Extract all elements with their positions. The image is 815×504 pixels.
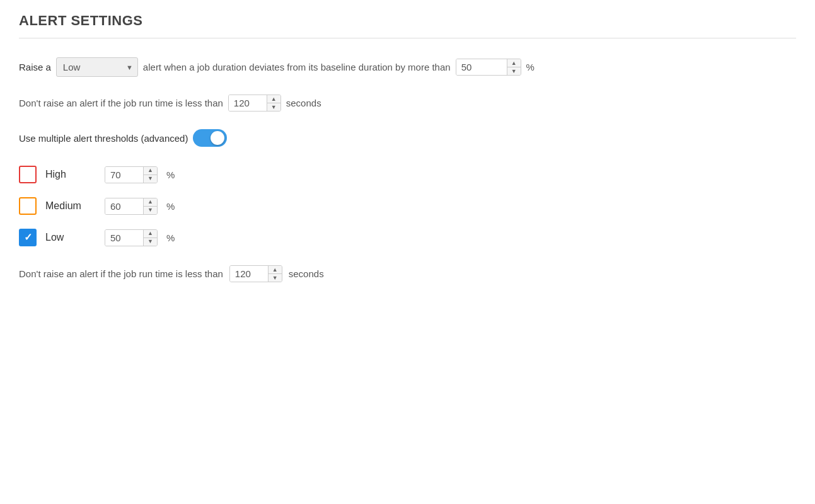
page-title: ALERT SETTINGS <box>19 13 796 38</box>
min-runtime-spinner-buttons-top: ▲ ▼ <box>267 95 280 111</box>
percent-input[interactable] <box>456 59 507 75</box>
high-spinner-buttons: ▲ ▼ <box>143 167 157 183</box>
min-runtime-spinner-wrapper-top: ▲ ▼ <box>228 94 281 112</box>
high-color-box[interactable] <box>19 166 37 183</box>
seconds-label-top: seconds <box>286 98 321 108</box>
medium-percent-symbol: % <box>166 201 175 212</box>
min-runtime-spinner-wrapper-bottom: ▲ ▼ <box>229 265 282 282</box>
min-runtime-row-bottom: Don't raise an alert if the job run time… <box>19 265 796 282</box>
min-runtime-prefix-top: Don't raise an alert if the job run time… <box>19 98 223 108</box>
medium-input[interactable] <box>105 198 143 214</box>
low-color-box[interactable]: ✓ <box>19 229 37 246</box>
min-runtime-up-button-top[interactable]: ▲ <box>267 95 280 103</box>
percent-spinner-buttons: ▲ ▼ <box>507 59 521 75</box>
high-percent-symbol: % <box>166 169 175 180</box>
threshold-row-high: High ▲ ▼ % <box>19 166 796 183</box>
medium-spinner-buttons: ▲ ▼ <box>143 198 157 214</box>
alert-level-dropdown[interactable]: Low Medium High <box>56 57 138 77</box>
threshold-row-low: ✓ Low ▲ ▼ % <box>19 229 796 246</box>
min-runtime-prefix-bottom: Don't raise an alert if the job run time… <box>19 268 223 279</box>
threshold-row-medium: Medium ▲ ▼ % <box>19 197 796 215</box>
toggle-track <box>193 129 227 147</box>
low-up-button[interactable]: ▲ <box>144 230 157 238</box>
alert-level-dropdown-wrapper[interactable]: Low Medium High ▼ <box>56 57 138 77</box>
min-runtime-down-button-top[interactable]: ▼ <box>267 103 280 111</box>
min-runtime-up-button-bottom[interactable]: ▲ <box>269 266 282 274</box>
low-input[interactable] <box>105 230 143 246</box>
advanced-toggle-row: Use multiple alert thresholds (advanced) <box>19 129 796 147</box>
percent-down-button[interactable]: ▼ <box>507 67 521 75</box>
alert-description-text: alert when a job duration deviates from … <box>143 62 451 72</box>
low-checkmark: ✓ <box>24 232 32 243</box>
threshold-section: High ▲ ▼ % Medium ▲ ▼ % ✓ Low <box>19 166 796 246</box>
medium-spinner-wrapper: ▲ ▼ <box>105 198 158 215</box>
seconds-label-bottom: seconds <box>289 268 324 279</box>
high-down-button[interactable]: ▼ <box>144 175 157 183</box>
high-label: High <box>45 169 96 180</box>
toggle-thumb <box>211 131 224 145</box>
percent-spinner-wrapper: ▲ ▼ <box>456 59 521 76</box>
percent-symbol: % <box>526 62 535 72</box>
high-spinner-wrapper: ▲ ▼ <box>105 166 158 183</box>
medium-color-box[interactable] <box>19 197 37 215</box>
low-down-button[interactable]: ▼ <box>144 238 157 246</box>
advanced-toggle-label: Use multiple alert thresholds (advanced) <box>19 133 188 144</box>
medium-up-button[interactable]: ▲ <box>144 198 157 207</box>
min-runtime-spinner-buttons-bottom: ▲ ▼ <box>268 266 282 282</box>
raise-alert-row: Raise a Low Medium High ▼ alert when a j… <box>19 57 796 77</box>
min-runtime-row-top: Don't raise an alert if the job run time… <box>19 94 796 112</box>
percent-up-button[interactable]: ▲ <box>507 59 521 67</box>
low-spinner-buttons: ▲ ▼ <box>143 230 157 246</box>
high-input[interactable] <box>105 167 143 183</box>
medium-down-button[interactable]: ▼ <box>144 207 157 214</box>
medium-label: Medium <box>45 200 96 212</box>
raise-a-prefix: Raise a <box>19 62 51 72</box>
min-runtime-input-bottom[interactable] <box>230 266 268 282</box>
high-up-button[interactable]: ▲ <box>144 167 157 175</box>
min-runtime-input-top[interactable] <box>229 95 267 111</box>
min-runtime-down-button-bottom[interactable]: ▼ <box>269 274 282 282</box>
low-label: Low <box>45 232 96 243</box>
low-spinner-wrapper: ▲ ▼ <box>105 229 158 246</box>
advanced-toggle[interactable] <box>193 129 227 147</box>
low-percent-symbol: % <box>166 232 175 243</box>
